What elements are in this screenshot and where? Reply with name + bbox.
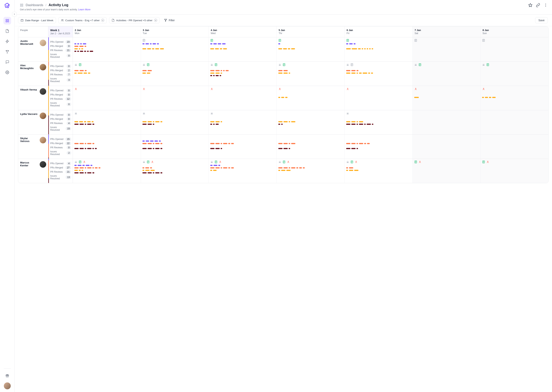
summary-edge: [48, 62, 49, 86]
nav-activity[interactable]: [3, 37, 11, 45]
day-cell[interactable]: [209, 110, 277, 134]
sun-icon: [346, 63, 349, 66]
activity-dash: [220, 75, 221, 76]
day-cell[interactable]: [73, 159, 141, 183]
day-cell[interactable]: [413, 110, 481, 134]
day-cell[interactable]: [141, 134, 209, 159]
day-cell[interactable]: [413, 134, 481, 159]
learn-more-link[interactable]: Learn More: [78, 8, 90, 11]
breadcrumb-root[interactable]: Dashboards: [26, 3, 43, 7]
activity-dash: [367, 124, 371, 125]
lane-orange: [278, 167, 343, 169]
day-cell[interactable]: [73, 62, 141, 86]
activity-dash: [74, 172, 79, 173]
person-cell[interactable]: Vikash Verma: [18, 86, 48, 110]
activity-dash: [354, 43, 356, 44]
teams-chip[interactable]: Custom Teams - Eng +7 other ✕: [58, 17, 107, 23]
day-cell[interactable]: [73, 110, 141, 134]
lane-yellow: [278, 145, 343, 147]
day-cell[interactable]: [277, 37, 345, 62]
day-cell[interactable]: [345, 37, 413, 62]
day-cell[interactable]: [413, 159, 481, 183]
current-user-avatar[interactable]: [4, 382, 11, 389]
day-cell[interactable]: [141, 159, 209, 183]
day-cell[interactable]: [209, 159, 277, 183]
stat-resolved: 0: [67, 103, 71, 106]
day-cell[interactable]: [345, 62, 413, 86]
stat-opened: 0: [67, 113, 71, 116]
day-cell[interactable]: [480, 134, 548, 159]
more-menu-button[interactable]: [544, 3, 548, 7]
day-cell[interactable]: [277, 86, 345, 110]
day-cell[interactable]: [209, 62, 277, 86]
share-link-button[interactable]: [536, 3, 540, 7]
day-cell[interactable]: [345, 134, 413, 159]
sidebar-collapse-toggle[interactable]: [12, 12, 17, 16]
day-cell[interactable]: [345, 159, 413, 183]
nav-achievements[interactable]: [3, 48, 11, 56]
activity-dash: [351, 124, 356, 125]
day-cell[interactable]: [480, 110, 548, 134]
stat-reviews: 21: [65, 170, 71, 173]
nav-settings[interactable]: [3, 69, 11, 76]
day-cell[interactable]: [480, 86, 548, 110]
day-cell[interactable]: [413, 86, 481, 110]
activities-chip[interactable]: Activities - PR Opened +5 other ✕: [109, 17, 160, 23]
day-cell[interactable]: [73, 134, 141, 159]
nav-documents[interactable]: [3, 27, 11, 35]
person-cell[interactable]: Alex Mclaughlin: [18, 62, 48, 86]
activity-dash: [215, 70, 220, 71]
day-header: 7 JanSat: [413, 26, 481, 37]
day-cell[interactable]: [277, 159, 345, 183]
svg-point-77: [483, 64, 484, 65]
day-cell[interactable]: [209, 37, 277, 62]
day-cell[interactable]: [141, 37, 209, 62]
nav-gifts[interactable]: [3, 372, 11, 379]
nav-comments[interactable]: [3, 58, 11, 66]
lane-orange: [74, 94, 139, 96]
activity-dash: [221, 121, 222, 122]
day-cell[interactable]: [480, 159, 548, 183]
person-cell[interactable]: Marcus Kenter: [18, 159, 48, 183]
activity-dash: [80, 51, 83, 52]
sun-icon: [210, 63, 213, 66]
person-cell[interactable]: Skylar Vetrovs: [18, 134, 48, 159]
day-cell[interactable]: [141, 110, 209, 134]
clear-activities-icon[interactable]: ✕: [154, 19, 157, 22]
person-name: Vikash Verma: [20, 88, 37, 91]
day-cell[interactable]: [480, 62, 548, 86]
day-cell[interactable]: [73, 86, 141, 110]
day-cell[interactable]: [413, 62, 481, 86]
lane-purple: [74, 165, 139, 166]
person-cell[interactable]: Lydia Vaccaro: [18, 110, 48, 134]
add-filter-button[interactable]: Filter: [162, 17, 177, 23]
activity-dash: [299, 167, 302, 168]
day-cell[interactable]: [413, 37, 481, 62]
clear-teams-icon[interactable]: ✕: [101, 19, 104, 22]
favorite-button[interactable]: [528, 3, 532, 7]
day-cell[interactable]: [209, 134, 277, 159]
lane-purple: [210, 43, 275, 45]
day-cell[interactable]: [345, 86, 413, 110]
day-cell[interactable]: [73, 37, 141, 62]
lane-orange: [346, 46, 411, 47]
day-cell[interactable]: [277, 134, 345, 159]
day-cell[interactable]: [141, 86, 209, 110]
stat-reviews: 7: [67, 73, 71, 76]
day-cell[interactable]: [277, 110, 345, 134]
person-cell[interactable]: Justin Westervelt: [18, 37, 48, 62]
day-cell[interactable]: [345, 110, 413, 134]
activity-dash: [216, 75, 219, 76]
save-button[interactable]: Save: [535, 17, 548, 23]
nav-dashboards[interactable]: [3, 17, 11, 25]
day-cell[interactable]: [209, 86, 277, 110]
svg-point-15: [545, 5, 546, 6]
day-cell[interactable]: [141, 62, 209, 86]
day-cell[interactable]: [277, 62, 345, 86]
activity-dash: [95, 148, 97, 149]
day-indicators: [414, 161, 479, 163]
activity-dash: [210, 48, 214, 49]
svg-point-105: [211, 162, 212, 162]
day-cell[interactable]: [480, 37, 548, 62]
date-range-chip[interactable]: Date Range - Last Week: [18, 17, 56, 23]
